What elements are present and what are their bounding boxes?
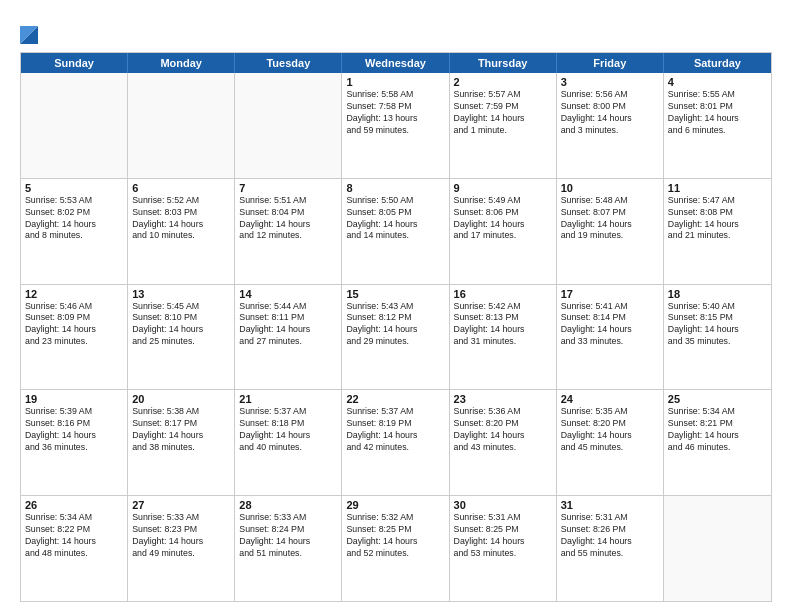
day-number: 16 — [454, 288, 552, 300]
calendar-cell-r2-c4: 16Sunrise: 5:42 AM Sunset: 8:13 PM Dayli… — [450, 285, 557, 390]
day-info: Sunrise: 5:51 AM Sunset: 8:04 PM Dayligh… — [239, 195, 337, 243]
day-number: 23 — [454, 393, 552, 405]
calendar-cell-r3-c0: 19Sunrise: 5:39 AM Sunset: 8:16 PM Dayli… — [21, 390, 128, 495]
calendar-cell-r3-c5: 24Sunrise: 5:35 AM Sunset: 8:20 PM Dayli… — [557, 390, 664, 495]
calendar-cell-r0-c4: 2Sunrise: 5:57 AM Sunset: 7:59 PM Daylig… — [450, 73, 557, 178]
calendar-row-3: 19Sunrise: 5:39 AM Sunset: 8:16 PM Dayli… — [21, 389, 771, 495]
day-info: Sunrise: 5:48 AM Sunset: 8:07 PM Dayligh… — [561, 195, 659, 243]
calendar-cell-r0-c3: 1Sunrise: 5:58 AM Sunset: 7:58 PM Daylig… — [342, 73, 449, 178]
calendar-cell-r4-c2: 28Sunrise: 5:33 AM Sunset: 8:24 PM Dayli… — [235, 496, 342, 601]
calendar-cell-r0-c0 — [21, 73, 128, 178]
calendar-cell-r4-c0: 26Sunrise: 5:34 AM Sunset: 8:22 PM Dayli… — [21, 496, 128, 601]
logo — [20, 16, 42, 44]
day-info: Sunrise: 5:49 AM Sunset: 8:06 PM Dayligh… — [454, 195, 552, 243]
calendar-cell-r3-c6: 25Sunrise: 5:34 AM Sunset: 8:21 PM Dayli… — [664, 390, 771, 495]
day-number: 17 — [561, 288, 659, 300]
weekday-monday: Monday — [128, 53, 235, 73]
day-number: 31 — [561, 499, 659, 511]
day-info: Sunrise: 5:31 AM Sunset: 8:26 PM Dayligh… — [561, 512, 659, 560]
day-number: 29 — [346, 499, 444, 511]
day-info: Sunrise: 5:37 AM Sunset: 8:19 PM Dayligh… — [346, 406, 444, 454]
day-info: Sunrise: 5:40 AM Sunset: 8:15 PM Dayligh… — [668, 301, 767, 349]
day-info: Sunrise: 5:45 AM Sunset: 8:10 PM Dayligh… — [132, 301, 230, 349]
day-info: Sunrise: 5:52 AM Sunset: 8:03 PM Dayligh… — [132, 195, 230, 243]
calendar-cell-r1-c1: 6Sunrise: 5:52 AM Sunset: 8:03 PM Daylig… — [128, 179, 235, 284]
calendar-cell-r1-c2: 7Sunrise: 5:51 AM Sunset: 8:04 PM Daylig… — [235, 179, 342, 284]
day-info: Sunrise: 5:43 AM Sunset: 8:12 PM Dayligh… — [346, 301, 444, 349]
day-number: 14 — [239, 288, 337, 300]
day-info: Sunrise: 5:58 AM Sunset: 7:58 PM Dayligh… — [346, 89, 444, 137]
calendar-cell-r4-c3: 29Sunrise: 5:32 AM Sunset: 8:25 PM Dayli… — [342, 496, 449, 601]
day-number: 9 — [454, 182, 552, 194]
day-number: 5 — [25, 182, 123, 194]
calendar-cell-r0-c5: 3Sunrise: 5:56 AM Sunset: 8:00 PM Daylig… — [557, 73, 664, 178]
day-number: 28 — [239, 499, 337, 511]
day-number: 18 — [668, 288, 767, 300]
day-info: Sunrise: 5:31 AM Sunset: 8:25 PM Dayligh… — [454, 512, 552, 560]
day-number: 15 — [346, 288, 444, 300]
page: Sunday Monday Tuesday Wednesday Thursday… — [0, 0, 792, 612]
day-number: 20 — [132, 393, 230, 405]
calendar-cell-r0-c1 — [128, 73, 235, 178]
weekday-wednesday: Wednesday — [342, 53, 449, 73]
calendar-cell-r2-c0: 12Sunrise: 5:46 AM Sunset: 8:09 PM Dayli… — [21, 285, 128, 390]
day-info: Sunrise: 5:37 AM Sunset: 8:18 PM Dayligh… — [239, 406, 337, 454]
day-number: 10 — [561, 182, 659, 194]
calendar-row-4: 26Sunrise: 5:34 AM Sunset: 8:22 PM Dayli… — [21, 495, 771, 601]
day-number: 2 — [454, 76, 552, 88]
day-number: 24 — [561, 393, 659, 405]
calendar-cell-r4-c6 — [664, 496, 771, 601]
weekday-saturday: Saturday — [664, 53, 771, 73]
day-info: Sunrise: 5:46 AM Sunset: 8:09 PM Dayligh… — [25, 301, 123, 349]
day-info: Sunrise: 5:39 AM Sunset: 8:16 PM Dayligh… — [25, 406, 123, 454]
calendar-cell-r1-c5: 10Sunrise: 5:48 AM Sunset: 8:07 PM Dayli… — [557, 179, 664, 284]
calendar-cell-r0-c6: 4Sunrise: 5:55 AM Sunset: 8:01 PM Daylig… — [664, 73, 771, 178]
day-info: Sunrise: 5:55 AM Sunset: 8:01 PM Dayligh… — [668, 89, 767, 137]
day-number: 21 — [239, 393, 337, 405]
calendar-cell-r1-c6: 11Sunrise: 5:47 AM Sunset: 8:08 PM Dayli… — [664, 179, 771, 284]
day-number: 26 — [25, 499, 123, 511]
day-number: 25 — [668, 393, 767, 405]
day-number: 11 — [668, 182, 767, 194]
calendar-cell-r3-c4: 23Sunrise: 5:36 AM Sunset: 8:20 PM Dayli… — [450, 390, 557, 495]
calendar-cell-r3-c2: 21Sunrise: 5:37 AM Sunset: 8:18 PM Dayli… — [235, 390, 342, 495]
day-info: Sunrise: 5:35 AM Sunset: 8:20 PM Dayligh… — [561, 406, 659, 454]
day-info: Sunrise: 5:42 AM Sunset: 8:13 PM Dayligh… — [454, 301, 552, 349]
calendar: Sunday Monday Tuesday Wednesday Thursday… — [20, 52, 772, 602]
calendar-row-2: 12Sunrise: 5:46 AM Sunset: 8:09 PM Dayli… — [21, 284, 771, 390]
calendar-cell-r1-c3: 8Sunrise: 5:50 AM Sunset: 8:05 PM Daylig… — [342, 179, 449, 284]
weekday-friday: Friday — [557, 53, 664, 73]
day-info: Sunrise: 5:38 AM Sunset: 8:17 PM Dayligh… — [132, 406, 230, 454]
calendar-cell-r1-c4: 9Sunrise: 5:49 AM Sunset: 8:06 PM Daylig… — [450, 179, 557, 284]
day-info: Sunrise: 5:32 AM Sunset: 8:25 PM Dayligh… — [346, 512, 444, 560]
day-info: Sunrise: 5:57 AM Sunset: 7:59 PM Dayligh… — [454, 89, 552, 137]
day-info: Sunrise: 5:53 AM Sunset: 8:02 PM Dayligh… — [25, 195, 123, 243]
day-info: Sunrise: 5:36 AM Sunset: 8:20 PM Dayligh… — [454, 406, 552, 454]
calendar-cell-r2-c6: 18Sunrise: 5:40 AM Sunset: 8:15 PM Dayli… — [664, 285, 771, 390]
day-number: 19 — [25, 393, 123, 405]
weekday-sunday: Sunday — [21, 53, 128, 73]
day-info: Sunrise: 5:44 AM Sunset: 8:11 PM Dayligh… — [239, 301, 337, 349]
day-info: Sunrise: 5:47 AM Sunset: 8:08 PM Dayligh… — [668, 195, 767, 243]
calendar-cell-r4-c1: 27Sunrise: 5:33 AM Sunset: 8:23 PM Dayli… — [128, 496, 235, 601]
day-number: 30 — [454, 499, 552, 511]
day-info: Sunrise: 5:41 AM Sunset: 8:14 PM Dayligh… — [561, 301, 659, 349]
day-info: Sunrise: 5:56 AM Sunset: 8:00 PM Dayligh… — [561, 89, 659, 137]
calendar-cell-r3-c1: 20Sunrise: 5:38 AM Sunset: 8:17 PM Dayli… — [128, 390, 235, 495]
day-info: Sunrise: 5:33 AM Sunset: 8:23 PM Dayligh… — [132, 512, 230, 560]
calendar-cell-r0-c2 — [235, 73, 342, 178]
logo-icon — [20, 16, 38, 44]
calendar-cell-r2-c5: 17Sunrise: 5:41 AM Sunset: 8:14 PM Dayli… — [557, 285, 664, 390]
day-number: 13 — [132, 288, 230, 300]
day-number: 22 — [346, 393, 444, 405]
day-info: Sunrise: 5:50 AM Sunset: 8:05 PM Dayligh… — [346, 195, 444, 243]
day-number: 12 — [25, 288, 123, 300]
day-number: 4 — [668, 76, 767, 88]
day-number: 7 — [239, 182, 337, 194]
calendar-cell-r4-c4: 30Sunrise: 5:31 AM Sunset: 8:25 PM Dayli… — [450, 496, 557, 601]
calendar-cell-r3-c3: 22Sunrise: 5:37 AM Sunset: 8:19 PM Dayli… — [342, 390, 449, 495]
header — [20, 16, 772, 44]
day-number: 8 — [346, 182, 444, 194]
day-info: Sunrise: 5:33 AM Sunset: 8:24 PM Dayligh… — [239, 512, 337, 560]
calendar-cell-r4-c5: 31Sunrise: 5:31 AM Sunset: 8:26 PM Dayli… — [557, 496, 664, 601]
